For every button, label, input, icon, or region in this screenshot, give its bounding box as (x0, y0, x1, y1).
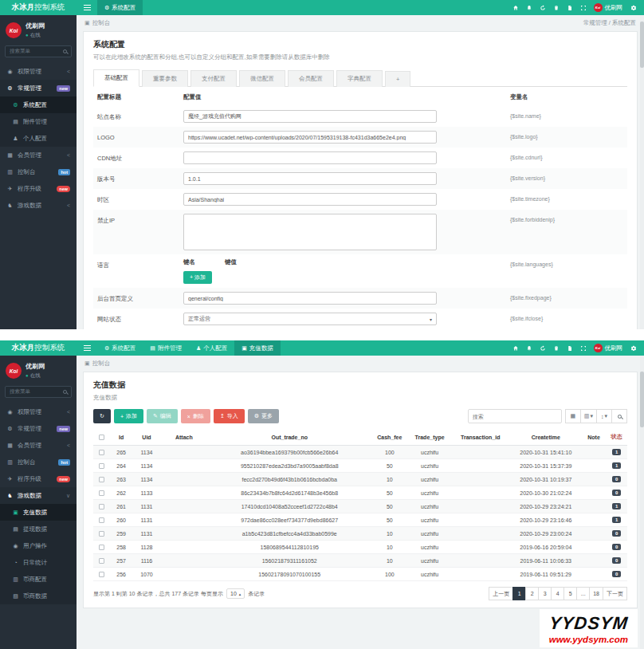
sidebar-item[interactable]: ▦会员管理< (0, 437, 77, 454)
config-tab-重要参数[interactable]: 重要参数 (142, 70, 188, 87)
page-size-select[interactable]: 10▴ (226, 588, 245, 599)
sidebar-item[interactable]: ▣充值数据 (0, 504, 77, 521)
status-badge[interactable]: 0 (612, 490, 621, 496)
sidebar-item[interactable]: ▥币商配置 (0, 571, 77, 588)
form-input-CDN地址[interactable] (183, 151, 437, 164)
file-icon[interactable] (564, 340, 577, 356)
column-header-Trade_type[interactable]: Trade_type (408, 429, 451, 446)
page-button-下一页[interactable]: 下一页 (603, 587, 627, 600)
sidebar-item[interactable]: ♞游戏数据< (0, 197, 77, 214)
edit-button[interactable]: ✎编辑 (147, 409, 178, 423)
home-icon[interactable] (509, 0, 523, 15)
row-checkbox[interactable] (99, 504, 104, 509)
delete-button[interactable]: ×删除 (181, 409, 210, 423)
column-header-Attach[interactable]: Attach (160, 429, 208, 446)
page-button-...[interactable]: ... (576, 587, 590, 600)
column-header-Cash_fee[interactable]: Cash_fee (371, 429, 408, 446)
sidebar-item[interactable]: ♞游戏数据∨ (0, 487, 77, 504)
status-badge[interactable]: 0 (612, 557, 621, 564)
page-button-1[interactable]: 1 (512, 587, 526, 600)
status-badge[interactable]: 0 (612, 476, 621, 482)
add-button[interactable]: +添加 (114, 409, 143, 423)
import-button[interactable]: ↥导入 (214, 409, 245, 423)
page-button-4[interactable]: 4 (551, 587, 564, 600)
sidebar-item[interactable]: ⚙系统配置 (0, 96, 77, 113)
hamburger-icon[interactable] (77, 0, 97, 15)
config-tab-基础配置[interactable]: 基础配置 (93, 69, 139, 87)
form-input-LOGO[interactable] (183, 131, 437, 144)
status-badge[interactable]: 1 (612, 449, 621, 455)
row-checkbox[interactable] (99, 463, 104, 469)
view-toggle-button[interactable]: ▦ (565, 409, 581, 423)
nav-tab-系统配置[interactable]: ⚙系统配置 (97, 0, 143, 15)
home-icon[interactable] (509, 340, 523, 356)
form-select-网站状态[interactable]: 正常运营▾ (183, 313, 437, 325)
column-header-Note[interactable]: Note (582, 429, 606, 446)
scrollbar[interactable] (640, 15, 644, 329)
bell-icon[interactable] (523, 340, 536, 356)
row-checkbox[interactable] (99, 545, 104, 550)
add-language-button[interactable]: + 添加 (183, 271, 212, 284)
page-button-3[interactable]: 3 (538, 587, 552, 600)
export-button[interactable]: ↕▾ (596, 409, 612, 423)
form-input-时区[interactable] (183, 193, 437, 206)
nav-tab-充值数据[interactable]: ▣充值数据 (234, 340, 281, 356)
expand-icon[interactable] (577, 340, 591, 356)
page-button-2[interactable]: 2 (525, 587, 539, 600)
sidebar-item[interactable]: ▧币商数据 (0, 588, 77, 604)
sidebar-item[interactable]: ◔日常统计 (0, 554, 77, 571)
sidebar-item[interactable]: ◉用户操作 (0, 537, 77, 554)
sidebar-item[interactable]: ✈程序升级new (0, 470, 77, 487)
config-tab-微信配置[interactable]: 微信配置 (239, 70, 285, 87)
scrollbar-thumb[interactable] (640, 22, 644, 68)
checkbox[interactable] (99, 435, 104, 440)
gear-icon[interactable] (626, 340, 640, 356)
sidebar-item[interactable]: ◉权限管理< (0, 403, 77, 420)
status-badge[interactable]: 1 (612, 517, 621, 523)
page-button-上一页[interactable]: 上一页 (489, 587, 513, 600)
expand-icon[interactable] (577, 0, 591, 15)
status-badge[interactable]: 1 (612, 503, 621, 509)
sidebar-item[interactable]: ♟个人配置 (0, 130, 77, 147)
page-button-5[interactable]: 5 (564, 587, 577, 600)
sidebar-item[interactable]: ▦会员管理< (0, 147, 77, 163)
table-search-input[interactable] (468, 409, 562, 423)
sidebar-item[interactable]: ▥控制台hot (0, 163, 77, 180)
trash-icon[interactable] (550, 0, 564, 15)
status-badge[interactable]: 0 (612, 544, 621, 550)
nav-tab-附件管理[interactable]: ▤附件管理 (143, 340, 189, 356)
sidebar-item[interactable]: ✈程序升级new (0, 180, 77, 197)
columns-button[interactable]: ▥▾ (580, 409, 597, 423)
row-checkbox[interactable] (99, 531, 104, 537)
column-header-Createtime[interactable]: Createtime (510, 429, 582, 446)
refresh-button[interactable]: ↻ (93, 409, 111, 423)
username[interactable]: 优刷网 (605, 344, 623, 352)
status-badge[interactable]: 0 (612, 571, 621, 577)
trash-icon[interactable] (550, 340, 564, 356)
form-input-版本号[interactable] (183, 172, 437, 185)
config-tab-会员配置[interactable]: 会员配置 (288, 70, 334, 87)
config-tab-+[interactable]: + (385, 71, 410, 87)
page-button-18[interactable]: 18 (589, 587, 603, 600)
row-checkbox[interactable] (99, 517, 104, 523)
column-header-Id[interactable]: Id (109, 429, 133, 446)
hamburger-icon[interactable] (77, 340, 97, 356)
breadcrumb-left[interactable]: 控制台 (92, 360, 111, 367)
row-checkbox[interactable] (99, 490, 104, 496)
status-badge[interactable]: 0 (612, 530, 621, 537)
config-tab-支付配置[interactable]: 支付配置 (190, 70, 237, 87)
row-checkbox[interactable] (99, 477, 104, 482)
row-checkbox[interactable] (99, 572, 104, 577)
column-header-状态[interactable]: 状态 (606, 429, 627, 446)
gear-icon[interactable] (626, 0, 640, 15)
column-header-Uid[interactable]: Uid (133, 429, 160, 446)
config-tab-字典配置[interactable]: 字典配置 (336, 70, 383, 87)
sidebar-search-input[interactable]: 搜索菜单 (5, 45, 72, 57)
bell-icon[interactable] (523, 0, 536, 15)
search-button[interactable] (611, 409, 627, 423)
nav-tab-个人配置[interactable]: ♟个人配置 (189, 340, 234, 356)
column-header-Out_trade_no[interactable]: Out_trade_no (208, 429, 371, 446)
refresh-icon[interactable] (536, 0, 550, 15)
sidebar-item[interactable]: ⚙常规管理new (0, 80, 77, 96)
scrollbar[interactable] (640, 356, 644, 649)
